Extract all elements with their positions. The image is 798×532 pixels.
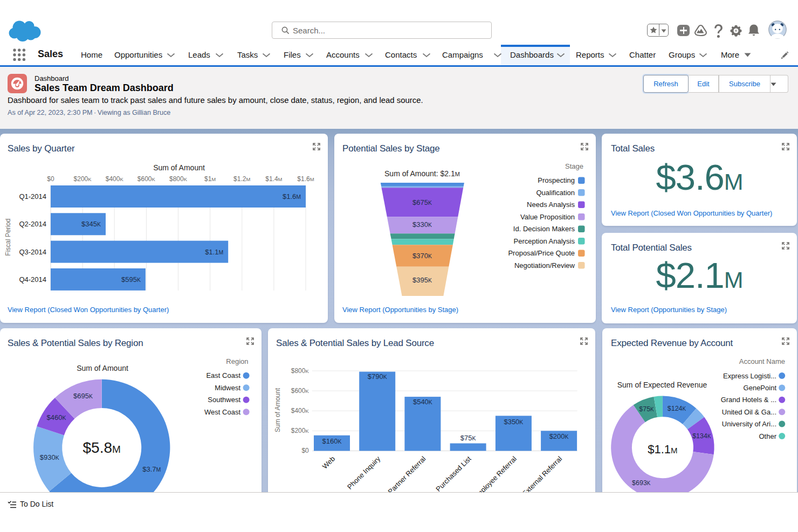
svg-text:Proposal/Price Quote: Proposal/Price Quote [508, 249, 575, 257]
svg-text:$1.6M: $1.6M [283, 192, 301, 201]
svg-text:Q2-2014: Q2-2014 [19, 220, 46, 228]
svg-text:$600K: $600K [137, 175, 156, 183]
svg-text:$695K: $695K [73, 392, 93, 400]
svg-text:$0: $0 [47, 175, 54, 183]
svg-text:$3.7M: $3.7M [142, 465, 161, 473]
svg-text:$693K: $693K [632, 479, 651, 487]
svg-text:Partner Referral: Partner Referral [387, 454, 428, 492]
svg-text:Midwest: Midwest [215, 384, 240, 392]
svg-text:West Coast: West Coast [204, 408, 240, 416]
svg-text:$5.8M: $5.8M [83, 439, 121, 456]
svg-text:External Referral: External Referral [521, 454, 564, 492]
svg-text:Value Proposition: Value Proposition [520, 213, 575, 221]
svg-text:$75K: $75K [639, 405, 654, 413]
svg-text:University of Ari...: University of Ari... [722, 420, 776, 428]
svg-text:$160K: $160K [322, 437, 342, 445]
svg-text:$400K: $400K [291, 407, 309, 414]
svg-text:Q1-2014: Q1-2014 [19, 192, 46, 201]
svg-text:Sum of Amount: $2.1M: Sum of Amount: $2.1M [384, 169, 460, 178]
svg-text:$400K: $400K [106, 175, 124, 183]
svg-text:$395K: $395K [412, 276, 432, 284]
svg-text:$800K: $800K [291, 367, 309, 375]
svg-text:$200K: $200K [549, 432, 569, 440]
svg-text:Sum of Amount: Sum of Amount [77, 364, 128, 372]
svg-text:Perception Analysis: Perception Analysis [514, 237, 575, 245]
svg-text:$0: $0 [301, 447, 309, 454]
svg-text:Grand Hotels & ...: Grand Hotels & ... [721, 396, 776, 404]
svg-text:$1.2M: $1.2M [233, 175, 250, 183]
svg-text:$330K: $330K [412, 220, 432, 229]
svg-text:United Oil & Ga...: United Oil & Ga... [722, 408, 776, 416]
svg-text:$595K: $595K [121, 275, 141, 284]
svg-text:$800K: $800K [169, 175, 188, 183]
svg-text:East Coast: East Coast [206, 371, 240, 379]
svg-text:$540K: $540K [413, 398, 432, 406]
svg-text:Sum of Amount: Sum of Amount [153, 163, 205, 172]
svg-text:Purchased List: Purchased List [434, 454, 473, 492]
svg-text:GenePoint: GenePoint [744, 384, 777, 392]
svg-text:$1.4M: $1.4M [265, 175, 282, 183]
svg-text:Needs Analysis: Needs Analysis [527, 201, 575, 209]
svg-text:$1M: $1M [204, 175, 216, 183]
svg-text:Prospecting: Prospecting [538, 176, 575, 184]
svg-text:$75K: $75K [460, 434, 476, 442]
svg-text:$600K: $600K [291, 387, 309, 395]
svg-text:Employee Referral: Employee Referral [471, 454, 518, 492]
svg-text:$1.1M: $1.1M [648, 443, 677, 456]
svg-text:Sum of Amount: Sum of Amount [274, 388, 281, 432]
svg-text:$124K: $124K [668, 405, 686, 412]
svg-text:$350K: $350K [504, 418, 523, 426]
svg-text:Fiscal Period: Fiscal Period [4, 218, 12, 255]
svg-text:$790K: $790K [368, 372, 387, 381]
svg-text:Negotiation/Review: Negotiation/Review [514, 261, 575, 270]
svg-text:$930K: $930K [40, 453, 59, 461]
svg-text:Q4-2014: Q4-2014 [19, 275, 46, 284]
svg-text:$1.1M: $1.1M [205, 248, 223, 256]
svg-text:Account Name: Account Name [739, 357, 785, 365]
svg-text:Phone Inquiry: Phone Inquiry [346, 454, 382, 491]
svg-text:Web: Web [321, 455, 336, 471]
svg-text:$675K: $675K [412, 198, 432, 206]
svg-text:$200K: $200K [291, 427, 309, 434]
svg-text:Id. Decision Makers: Id. Decision Makers [513, 225, 575, 233]
svg-text:$460K: $460K [47, 413, 66, 422]
svg-text:$200K: $200K [74, 175, 92, 183]
svg-text:$370K: $370K [412, 252, 432, 260]
svg-text:Express Logisti...: Express Logisti... [723, 372, 776, 380]
svg-text:Sum of Expected Revenue: Sum of Expected Revenue [617, 381, 707, 389]
svg-text:$1.6M: $1.6M [297, 175, 314, 183]
svg-text:Region: Region [226, 357, 248, 365]
svg-text:Southwest: Southwest [208, 396, 240, 404]
svg-text:Stage: Stage [565, 162, 583, 170]
svg-text:$134K: $134K [692, 432, 711, 440]
svg-text:$345K: $345K [81, 220, 101, 228]
svg-text:Other: Other [759, 432, 776, 440]
svg-text:Q3-2014: Q3-2014 [19, 248, 46, 256]
svg-text:Qualification: Qualification [536, 189, 575, 197]
